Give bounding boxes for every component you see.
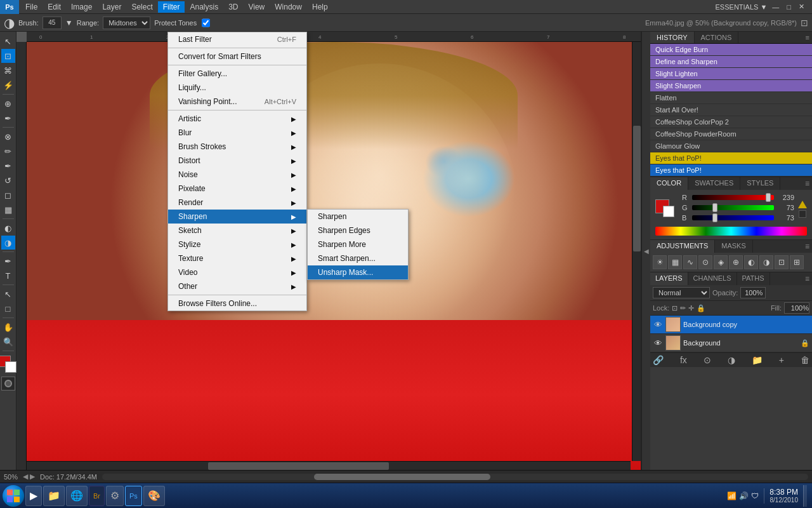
history-item-9[interactable]: Eyes that PoP!: [650, 152, 812, 164]
lock-transparent-icon[interactable]: ⊡: [672, 304, 678, 312]
essentials-label[interactable]: ESSENTIALS ▼: [716, 3, 768, 11]
dodge-tool-active[interactable]: ◑: [1, 236, 15, 250]
smart-sharpen[interactable]: Smart Sharpen...: [308, 251, 408, 265]
color-panel-menu[interactable]: ≡: [802, 177, 812, 190]
menu-file[interactable]: File: [20, 1, 43, 13]
menu-image[interactable]: Image: [66, 1, 97, 13]
bg-color-swatch[interactable]: [663, 206, 674, 217]
tab-history[interactable]: HISTORY: [650, 32, 695, 43]
text-tool[interactable]: T: [1, 269, 15, 283]
adj-photo-filter[interactable]: ⊡: [775, 255, 789, 269]
filter-stylize[interactable]: Stylize ▶: [168, 237, 306, 251]
brush-tool[interactable]: ✏: [1, 144, 15, 158]
menu-view[interactable]: View: [243, 1, 270, 13]
protect-tones-checkbox[interactable]: [202, 17, 210, 29]
adj-brightness-contrast[interactable]: ☀: [653, 255, 667, 269]
adj-color-balance[interactable]: ◐: [744, 255, 758, 269]
filter-last-filter[interactable]: Last Filter Ctrl+F: [168, 32, 306, 46]
scrollbar-vertical[interactable]: [632, 42, 641, 461]
taskbar-color-app[interactable]: 🎨: [143, 486, 165, 506]
history-item-5[interactable]: Start All Over!: [650, 104, 812, 116]
move-tool[interactable]: ↖: [1, 34, 15, 48]
filter-sharpen[interactable]: Sharpen ▶ Sharpen Sharpen Edges Sharpen …: [168, 210, 306, 224]
adj-exposure[interactable]: ⊙: [698, 255, 712, 269]
history-item-2[interactable]: Slight Lighten: [650, 68, 812, 80]
doc-options-icon[interactable]: ⊡: [801, 18, 808, 28]
fill-input[interactable]: [784, 302, 809, 314]
filter-distort[interactable]: Distort ▶: [168, 154, 306, 168]
tray-network[interactable]: 📶: [727, 491, 737, 500]
unsharp-mask[interactable]: Unsharp Mask...: [308, 265, 408, 279]
layer-background-copy[interactable]: 👁 Background copy: [650, 316, 812, 334]
taskbar-explorer[interactable]: 📁: [43, 486, 65, 506]
adj-black-white[interactable]: ◑: [759, 255, 773, 269]
filter-brush-strokes[interactable]: Brush Strokes ▶: [168, 140, 306, 154]
sharpen-edges[interactable]: Sharpen Edges: [308, 224, 408, 237]
show-desktop-btn[interactable]: [803, 485, 807, 507]
maximize-btn[interactable]: □: [784, 3, 794, 11]
adj-panel-menu[interactable]: ≡: [802, 240, 812, 253]
filter-artistic[interactable]: Artistic ▶: [168, 112, 306, 126]
filter-pixelate[interactable]: Pixelate ▶: [168, 182, 306, 196]
tab-actions[interactable]: ACTIONS: [695, 32, 739, 43]
clone-stamp-tool[interactable]: ✒: [1, 159, 15, 173]
history-item-4[interactable]: Flatten: [650, 92, 812, 104]
r-slider[interactable]: [692, 195, 774, 200]
tray-security[interactable]: 🛡: [751, 491, 759, 500]
history-brush-tool[interactable]: ↺: [1, 173, 15, 187]
shape-tool[interactable]: □: [1, 302, 15, 316]
filter-render[interactable]: Render ▶: [168, 196, 306, 210]
history-panel-menu[interactable]: ≡: [806, 34, 809, 41]
spot-healing-tool[interactable]: ⊗: [1, 130, 15, 144]
filter-gallery[interactable]: Filter Gallery...: [168, 67, 306, 81]
panel-collapse-handle[interactable]: ◀: [641, 32, 650, 470]
brush-preview[interactable]: 45: [43, 17, 62, 29]
filter-sketch[interactable]: Sketch ▶: [168, 224, 306, 237]
zoom-tool[interactable]: 🔍: [1, 335, 15, 349]
menu-select[interactable]: Select: [126, 1, 157, 13]
history-item-3[interactable]: Slight Sharpen: [650, 80, 812, 92]
blur-tool[interactable]: ◐: [1, 221, 15, 235]
menu-edit[interactable]: Edit: [43, 1, 66, 13]
add-style-btn[interactable]: fx: [680, 355, 687, 365]
adj-hue-sat[interactable]: ⊕: [729, 255, 743, 269]
taskbar-settings[interactable]: ⚙: [106, 486, 124, 506]
taskbar-bridge[interactable]: Br: [89, 486, 105, 506]
crop-tool[interactable]: ⊕: [1, 97, 15, 110]
filter-browse-online[interactable]: Browse Filters Online...: [168, 297, 306, 311]
layers-panel-menu[interactable]: ≡: [802, 272, 812, 285]
background-color[interactable]: [5, 361, 16, 373]
history-item-6[interactable]: CoffeeShop ColorPop 2: [650, 116, 812, 128]
path-selection-tool[interactable]: ↖: [1, 287, 15, 301]
adj-vibrance[interactable]: ◈: [714, 255, 728, 269]
status-indicator[interactable]: ◀ ▶: [23, 472, 35, 481]
layer-eye-0[interactable]: 👁: [653, 320, 663, 330]
layer-background[interactable]: 👁 Background 🔒: [650, 334, 812, 352]
menu-3d[interactable]: 3D: [223, 1, 243, 13]
magic-wand-tool[interactable]: ⚡: [1, 78, 15, 92]
menu-help[interactable]: Help: [307, 1, 333, 13]
sharpen-basic[interactable]: Sharpen: [308, 210, 408, 224]
gradient-tool[interactable]: ▦: [1, 203, 15, 217]
lasso-tool[interactable]: ⌘: [1, 64, 15, 77]
taskbar-photoshop[interactable]: Ps: [125, 486, 142, 506]
filter-noise[interactable]: Noise ▶: [168, 168, 306, 182]
blend-mode-select[interactable]: Normal: [653, 287, 710, 298]
tab-channels[interactable]: CHANNELS: [688, 272, 737, 285]
adj-levels[interactable]: ▦: [668, 255, 682, 269]
filter-blur[interactable]: Blur ▶: [168, 126, 306, 140]
menu-window[interactable]: Window: [270, 1, 307, 13]
taskbar-media-player[interactable]: ▶: [25, 486, 42, 506]
g-slider[interactable]: [692, 205, 774, 210]
filter-liquify[interactable]: Liquify...: [168, 81, 306, 95]
taskbar-ie[interactable]: 🌐: [66, 486, 88, 506]
layer-eye-1[interactable]: 👁: [653, 338, 663, 348]
b-slider[interactable]: [692, 215, 774, 220]
tab-masks[interactable]: MASKS: [715, 240, 753, 253]
history-item-0[interactable]: Quick Edge Burn: [650, 44, 812, 56]
eraser-tool[interactable]: ◻: [1, 188, 15, 202]
tab-paths[interactable]: PATHS: [737, 272, 770, 285]
minimize-btn[interactable]: —: [769, 3, 782, 11]
filter-video[interactable]: Video ▶: [168, 265, 306, 279]
menu-layer[interactable]: Layer: [97, 1, 126, 13]
